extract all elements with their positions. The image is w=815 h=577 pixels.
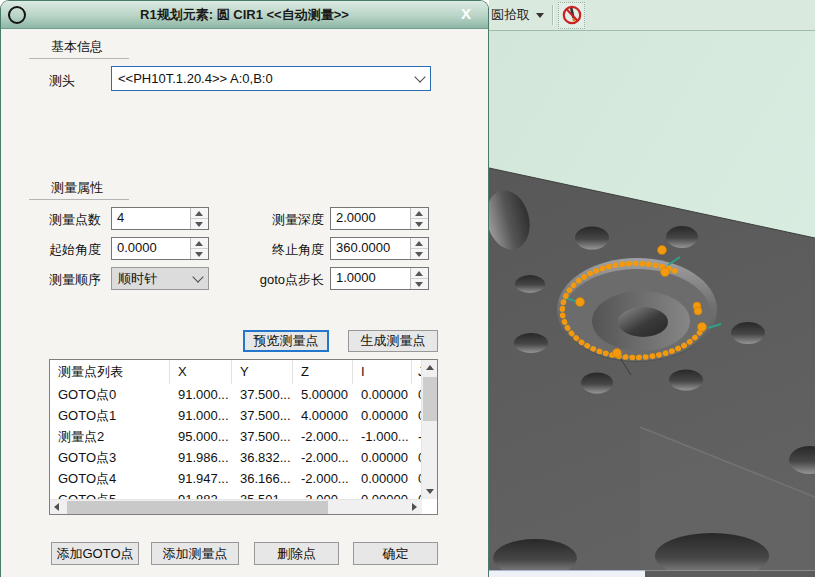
part-solid [489,168,815,570]
point-table[interactable]: 测量点列表 X Y Z I J GOTO点0 91.000... 37.500.… [49,359,438,515]
chevron-down-icon [414,71,425,82]
cell-i: 0.00000 [353,489,412,499]
order-value: 顺时针 [118,270,157,288]
table-header-row: 测量点列表 X Y Z I J [50,360,422,384]
cell-i: 0.00000 [353,405,412,426]
order-select[interactable]: 顺时针 [111,267,209,290]
cell-name: GOTO点1 [50,405,170,426]
spinner-down-icon[interactable] [411,219,428,229]
column-header[interactable]: Z [293,360,353,384]
point-count-field[interactable]: 4 [111,207,209,230]
probe-combobox[interactable]: <<PH10T.1.20.4>> A:0,B:0 [111,66,431,91]
spinner-down-icon[interactable] [411,279,428,289]
end-angle-value[interactable]: 360.0000 [331,238,410,259]
cell-name: GOTO点4 [50,468,170,489]
column-header[interactable]: I [353,360,412,384]
preview-points-button[interactable]: 预览测量点 [243,330,329,352]
spinner-down-icon[interactable] [191,219,208,229]
spinner-up-icon[interactable] [411,208,428,219]
caret-down-icon [536,13,544,22]
table-row[interactable]: GOTO点4 91.947... 36.166... -2.000... 0.0… [50,468,422,489]
cell-y: 37.500... [232,405,293,426]
depth-value[interactable]: 2.0000 [331,208,410,229]
spinner-down-icon[interactable] [411,249,428,259]
cell-z: -2.000... [293,468,353,489]
spinner [190,238,208,259]
cell-x: 91.000... [170,384,232,405]
probe-prohibited-button[interactable] [558,2,585,29]
cell-y: 37.500... [232,384,293,405]
viewport-bottom-strip [489,570,815,577]
column-header[interactable]: 测量点列表 [50,360,170,384]
cell-i: 0.00000 [353,447,412,468]
cell-x: 91.986... [170,447,232,468]
ok-button[interactable]: 确定 [353,542,438,565]
cell-name: GOTO点0 [50,384,170,405]
end-angle-label: 终止角度 [246,241,324,259]
spinner-up-icon[interactable] [191,208,208,219]
table-row[interactable]: 测量点2 95.000... 37.500... -2.000... -1.00… [50,426,422,447]
table-row[interactable]: GOTO点3 91.986... 36.832... -2.000... 0.0… [50,447,422,468]
cell-z: 4.00000 [293,405,353,426]
chevron-down-icon [192,271,203,282]
cell-name: GOTO点3 [50,447,170,468]
scroll-left-icon[interactable] [50,500,65,515]
spinner-up-icon[interactable] [411,238,428,249]
column-header[interactable]: Y [232,360,293,384]
cell-name: 测量点2 [50,426,170,447]
column-header[interactable]: X [170,360,232,384]
depth-field[interactable]: 2.0000 [330,207,429,230]
spinner [410,208,428,229]
toolbar-separator [552,5,554,25]
bottom-strip-dark [645,570,815,577]
viewport-toolbar: 圆拾取 [489,0,815,31]
cell-x: 91.000... [170,405,232,426]
measure-props-header: 测量属性 [49,179,105,197]
circle-icon [8,6,26,24]
scroll-right-icon[interactable] [407,500,422,515]
cell-i: -1.000... [353,426,412,447]
spinner [410,268,428,289]
add-measure-button[interactable]: 添加测量点 [151,542,239,565]
app-window: R1规划元素: 圆 CIR1 <<自动测量>> X 基本信息 测头 <<PH10… [0,0,815,577]
add-goto-button[interactable]: 添加GOTO点 [51,542,139,565]
vertical-scrollbar[interactable] [421,360,437,499]
delete-point-button[interactable]: 删除点 [254,542,339,565]
dialog-title: R1规划元素: 圆 CIR1 <<自动测量>> [1,1,488,28]
generate-points-button[interactable]: 生成测量点 [348,330,438,352]
point-count-value[interactable]: 4 [112,208,190,229]
spinner-down-icon[interactable] [191,249,208,259]
cell-z: -2.000... [293,489,353,499]
spinner-up-icon[interactable] [191,238,208,249]
table-row[interactable]: GOTO点0 91.000... 37.500... 5.00000 0.000… [50,384,422,405]
cell-x: 91.947... [170,468,232,489]
goto-step-label: goto点步长 [246,271,324,289]
vertical-scroll-thumb[interactable] [423,377,437,421]
scroll-up-icon[interactable] [422,360,438,375]
cell-z: -2.000... [293,426,353,447]
table-row[interactable]: GOTO点1 91.000... 37.500... 4.00000 0.000… [50,405,422,426]
start-angle-value[interactable]: 0.0000 [112,238,190,259]
cell-name: GOTO点5 [50,489,170,499]
3d-scene[interactable] [489,31,815,570]
horizontal-scroll-thumb[interactable] [67,501,328,514]
basic-info-header: 基本信息 [49,38,105,56]
end-angle-field[interactable]: 360.0000 [330,237,429,260]
goto-step-field[interactable]: 1.0000 [330,267,429,290]
circle-pick-label: 圆拾取 [491,6,530,24]
spinner [410,238,428,259]
scroll-down-icon[interactable] [422,484,438,499]
horizontal-scrollbar[interactable] [50,499,422,514]
close-icon[interactable]: X [461,1,471,27]
start-angle-field[interactable]: 0.0000 [111,237,209,260]
cell-x: 91.882... [170,489,232,499]
goto-step-value[interactable]: 1.0000 [331,268,410,289]
cell-y: 36.832... [232,447,293,468]
group-divider [29,199,129,200]
table-row[interactable]: GOTO点5 91.882... 35.501... -2.000... 0.0… [50,489,422,499]
cell-y: 36.166... [232,468,293,489]
3d-viewport: 圆拾取 [489,0,815,577]
spinner-up-icon[interactable] [411,268,428,279]
circle-pick-dropdown[interactable]: 圆拾取 [489,3,548,27]
dialog-titlebar[interactable]: R1规划元素: 圆 CIR1 <<自动测量>> X [1,1,488,29]
